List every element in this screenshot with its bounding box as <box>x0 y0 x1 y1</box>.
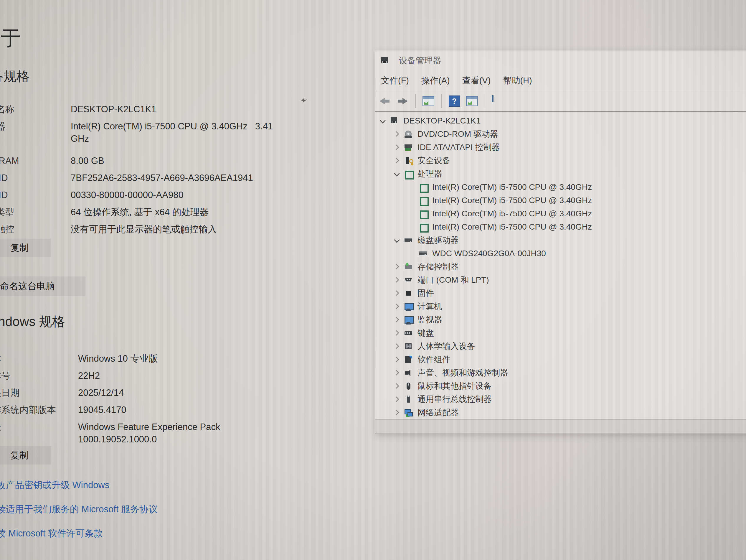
spec-value: Windows 10 专业版 <box>78 353 157 365</box>
chevron-right-icon[interactable] <box>394 370 400 376</box>
menu-view[interactable]: 查看(V) <box>462 75 491 87</box>
port-icon <box>404 276 413 284</box>
toolbar-separator <box>485 94 485 108</box>
spec-label: 版本号 <box>0 370 78 382</box>
license-terms-link[interactable]: 阅读 Microsoft 软件许可条款 <box>0 528 157 539</box>
scan-hardware-icon[interactable] <box>491 94 505 108</box>
tree-item-label: Intel(R) Core(TM) i5-7500 CPU @ 3.40GHz <box>432 196 592 205</box>
tree-item[interactable]: 存储控制器 <box>375 260 746 273</box>
computer-root-icon <box>390 116 399 125</box>
console-window-icon[interactable] <box>422 94 435 108</box>
device-manager-window: 设备管理器 文件(F) 操作(A) 查看(V) 帮助(H) ? DESKTOP-… <box>375 51 746 434</box>
hid-icon <box>404 342 413 351</box>
chevron-down-icon[interactable] <box>394 171 400 177</box>
tree-item-label: 声音、视频和游戏控制器 <box>418 367 508 379</box>
device-manager-toolbar: ? <box>375 91 746 112</box>
tree-item[interactable]: 固件 <box>375 286 746 300</box>
tree-item[interactable]: 通用串行总线控制器 <box>375 393 746 406</box>
device-manager-menubar: 文件(F) 操作(A) 查看(V) 帮助(H) <box>375 71 746 91</box>
chevron-right-icon[interactable] <box>394 264 400 270</box>
spec-label: 体验 <box>0 421 78 433</box>
tree-item[interactable]: Intel(R) Core(TM) i5-7500 CPU @ 3.40GHz <box>375 220 746 233</box>
device-manager-app-icon <box>380 56 389 65</box>
toolbar-separator <box>441 94 442 108</box>
mouse-icon <box>404 382 413 391</box>
monitor-icon <box>404 315 413 324</box>
chevron-right-icon[interactable] <box>394 410 400 416</box>
tree-item[interactable]: 监视器 <box>375 313 746 326</box>
tree-item[interactable]: 人体学输入设备 <box>375 339 746 353</box>
chevron-right-icon[interactable] <box>394 343 400 349</box>
windows-spec-heading: Windows 规格 <box>0 313 65 330</box>
tree-item[interactable]: IDE ATA/ATAPI 控制器 <box>375 141 746 154</box>
tree-item-label: WDC WDS240G2G0A-00JH30 <box>432 249 546 258</box>
tree-item[interactable]: 计算机 <box>375 300 746 313</box>
spec-value: 64 位操作系统, 基于 x64 的处理器 <box>71 206 209 218</box>
menu-file[interactable]: 文件(F) <box>381 75 409 87</box>
sound-icon <box>404 368 413 377</box>
tree-item[interactable]: Intel(R) Core(TM) i5-7500 CPU @ 3.40GHz <box>375 194 746 207</box>
chevron-right-icon[interactable] <box>394 144 400 150</box>
dvd-icon <box>404 130 413 139</box>
tree-item[interactable]: 声音、视频和游戏控制器 <box>375 366 746 379</box>
forward-icon[interactable] <box>396 94 409 108</box>
tree-item-label: DVD/CD-ROM 驱动器 <box>418 129 498 140</box>
chevron-right-icon[interactable] <box>394 317 400 323</box>
window-bottom-frame <box>375 419 746 433</box>
tree-item[interactable]: 键盘 <box>375 326 746 339</box>
spec-label: 处理器 <box>0 120 71 133</box>
back-icon[interactable] <box>378 94 392 108</box>
tree-item-label: 网络适配器 <box>418 407 459 418</box>
security-icon <box>404 156 413 165</box>
properties-window-icon[interactable] <box>465 94 479 108</box>
chevron-down-icon[interactable] <box>394 237 400 243</box>
tree-item[interactable]: Intel(R) Core(TM) i5-7500 CPU @ 3.40GHz <box>375 207 746 220</box>
chevron-down-icon[interactable] <box>380 118 386 124</box>
tree-item-label: 固件 <box>418 288 434 299</box>
chevron-right-icon[interactable] <box>394 330 400 336</box>
spec-value: Windows Feature Experience Pack 1000.190… <box>78 421 220 446</box>
chevron-right-icon[interactable] <box>394 158 400 164</box>
copy-windows-spec-button[interactable]: 复制 <box>0 446 51 465</box>
tree-item[interactable]: Intel(R) Core(TM) i5-7500 CPU @ 3.40GHz <box>375 180 746 194</box>
tree-item[interactable]: 处理器 <box>375 167 746 180</box>
help-icon[interactable]: ? <box>448 94 461 108</box>
tree-item[interactable]: 网络适配器 <box>375 406 746 419</box>
keyboard-icon <box>404 329 413 337</box>
tree-item[interactable]: DVD/CD-ROM 驱动器 <box>375 127 746 141</box>
tree-item[interactable]: DESKTOP-K2LC1K1 <box>375 114 746 127</box>
spec-label: 笔和触控 <box>0 223 71 235</box>
tree-item[interactable]: 软件组件 <box>375 353 746 366</box>
cpu-icon <box>419 183 428 192</box>
tree-item-label: 软件组件 <box>418 354 451 365</box>
chevron-right-icon[interactable] <box>394 357 400 363</box>
menu-help[interactable]: 帮助(H) <box>503 75 532 87</box>
chevron-right-icon[interactable] <box>394 396 400 402</box>
tree-item[interactable]: 安全设备 <box>375 154 746 167</box>
spec-row: 版本号22H2 <box>0 370 322 387</box>
chevron-right-icon[interactable] <box>394 290 400 296</box>
copy-device-spec-button[interactable]: 复制 <box>0 239 51 257</box>
tree-item[interactable]: 鼠标和其他指针设备 <box>375 379 746 393</box>
change-product-key-link[interactable]: 更改产品密钥或升级 Windows <box>0 480 157 491</box>
tree-item-label: 端口 (COM 和 LPT) <box>418 274 489 286</box>
tree-item-label: 鼠标和其他指针设备 <box>418 381 492 392</box>
spec-row: 设备名称DESKTOP-K2LC1K1 <box>0 103 317 120</box>
spec-value: 7BF252A6-2583-4957-A669-A3696AEA1941 <box>71 172 253 184</box>
tree-item[interactable]: 磁盘驱动器 <box>375 233 746 247</box>
services-agreement-link[interactable]: 阅读适用于我们服务的 Microsoft 服务协议 <box>0 504 157 514</box>
chevron-right-icon[interactable] <box>394 304 400 309</box>
chevron-right-icon[interactable] <box>394 131 400 137</box>
chevron-right-icon[interactable] <box>394 383 400 389</box>
tree-item[interactable]: 端口 (COM 和 LPT) <box>375 273 746 286</box>
spec-row: 处理器Intel(R) Core(TM) i5-7500 CPU @ 3.40G… <box>0 120 317 155</box>
spec-label: 安装日期 <box>0 387 78 399</box>
spec-row: 系统类型64 位操作系统, 基于 x64 的处理器 <box>0 206 317 223</box>
rename-pc-button[interactable]: 重命名这台电脑 <box>0 277 85 296</box>
spec-row: 安装日期2025/12/14 <box>0 387 322 404</box>
tree-item-label: 磁盘驱动器 <box>418 234 459 246</box>
device-manager-titlebar[interactable]: 设备管理器 <box>375 51 746 71</box>
tree-item[interactable]: WDC WDS240G2G0A-00JH30 <box>375 247 746 260</box>
chevron-right-icon[interactable] <box>394 277 400 283</box>
menu-action[interactable]: 操作(A) <box>421 75 450 87</box>
